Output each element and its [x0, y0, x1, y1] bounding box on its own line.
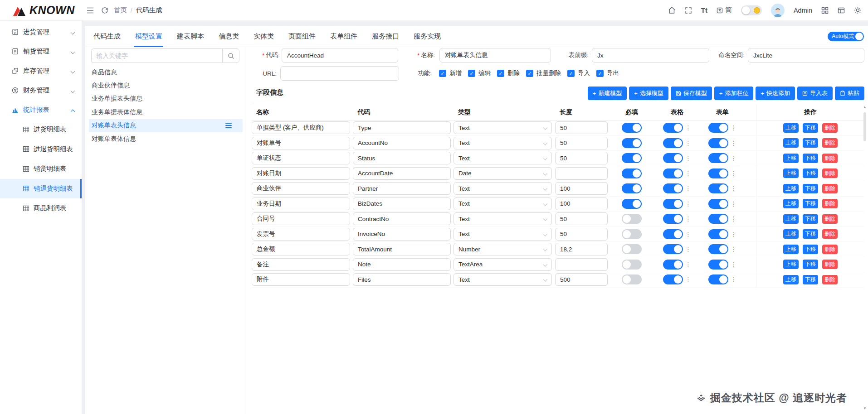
required-toggle[interactable] — [622, 244, 642, 254]
delete-button[interactable]: 删除 — [822, 275, 838, 284]
form-toggle[interactable] — [708, 168, 728, 178]
required-toggle[interactable] — [622, 183, 642, 193]
form-toggle[interactable] — [708, 229, 728, 239]
feature-checkbox[interactable]: 导出 — [596, 69, 619, 77]
feature-checkbox[interactable]: 删除 — [497, 69, 520, 77]
feature-checkbox[interactable]: 编辑 — [468, 69, 491, 77]
field-name-input[interactable]: 商业伙伴 — [252, 182, 350, 195]
grid-toggle[interactable] — [663, 123, 683, 133]
required-toggle[interactable] — [622, 199, 642, 209]
field-code-input[interactable]: Files — [353, 273, 451, 286]
field-code-input[interactable]: Partner — [353, 182, 451, 195]
tab[interactable]: 页面组件 — [288, 26, 317, 47]
sidebar-item-finance-mgmt[interactable]: 财务管理 — [0, 81, 82, 100]
more-options-icon[interactable]: ⋮ — [685, 155, 692, 161]
required-toggle[interactable] — [622, 274, 642, 284]
field-type-select[interactable]: Text — [454, 273, 552, 286]
more-options-icon[interactable]: ⋮ — [685, 140, 692, 146]
sidebar-item-purchase-mgmt[interactable]: 进货管理 — [0, 22, 82, 42]
breadcrumb-home[interactable]: 首页 — [114, 6, 127, 14]
name-field[interactable]: 对账单表头信息 — [439, 48, 551, 63]
more-options-icon[interactable]: ⋮ — [685, 125, 692, 131]
field-type-select[interactable]: Date — [454, 167, 552, 180]
grid-toggle[interactable] — [663, 274, 683, 284]
field-name-input[interactable]: 发票号 — [252, 228, 350, 241]
field-type-select[interactable]: Text — [454, 212, 552, 225]
field-name-input[interactable]: 对账日期 — [252, 167, 350, 180]
delete-button[interactable]: 删除 — [822, 138, 838, 148]
field-type-select[interactable]: Text — [454, 197, 552, 210]
move-up-button[interactable]: 上移 — [783, 214, 799, 224]
more-options-icon[interactable]: ⋮ — [731, 155, 737, 161]
grid-toggle[interactable] — [663, 168, 683, 178]
move-down-button[interactable]: 下移 — [803, 184, 818, 193]
sidebar-subitem[interactable]: 销退货明细表 — [0, 179, 82, 199]
more-options-icon[interactable]: ⋮ — [685, 276, 692, 283]
url-field[interactable] — [280, 66, 399, 81]
namespace-field[interactable]: JxcLite — [748, 48, 864, 63]
scroll-down-icon[interactable]: ▼ — [862, 406, 868, 410]
more-options-icon[interactable]: ⋮ — [731, 125, 737, 131]
required-toggle[interactable] — [622, 229, 642, 239]
app-logo[interactable]: KNOWN — [13, 4, 75, 17]
font-size-icon[interactable]: Tt — [701, 6, 707, 14]
field-length-input[interactable]: 50 — [555, 212, 608, 225]
save-model-button[interactable]: 保存模型 — [671, 87, 712, 100]
more-options-icon[interactable]: ⋮ — [731, 170, 737, 177]
field-code-input[interactable]: BizDates — [353, 197, 451, 210]
more-options-icon[interactable]: ⋮ — [731, 201, 737, 207]
field-length-input[interactable]: 50 — [555, 121, 608, 134]
form-toggle[interactable] — [708, 214, 728, 224]
required-toggle[interactable] — [622, 123, 642, 133]
move-down-button[interactable]: 下移 — [803, 245, 818, 254]
move-up-button[interactable]: 上移 — [783, 229, 799, 239]
more-options-icon[interactable]: ⋮ — [731, 261, 737, 268]
field-length-input[interactable]: 18,2 — [555, 243, 608, 255]
field-name-input[interactable]: 业务日期 — [252, 197, 350, 210]
field-type-select[interactable]: Text — [454, 182, 552, 195]
field-type-select[interactable]: Text — [454, 228, 552, 241]
layout-icon[interactable] — [838, 7, 845, 14]
field-type-select[interactable]: Text — [454, 121, 552, 134]
tab[interactable]: 代码生成 — [93, 26, 122, 47]
form-toggle[interactable] — [708, 153, 728, 163]
form-toggle[interactable] — [708, 123, 728, 133]
move-up-button[interactable]: 上移 — [783, 154, 799, 163]
tab[interactable]: 建表脚本 — [176, 26, 205, 47]
move-up-button[interactable]: 上移 — [783, 245, 799, 254]
required-toggle[interactable] — [622, 260, 642, 270]
fullscreen-icon[interactable] — [685, 7, 692, 14]
model-list-item[interactable]: 业务单据表头信息 — [89, 92, 243, 106]
more-options-icon[interactable]: ⋮ — [731, 231, 737, 237]
move-down-button[interactable]: 下移 — [803, 199, 818, 208]
home-icon[interactable] — [668, 6, 676, 14]
auto-mode-switch[interactable]: Auto模式 — [828, 32, 864, 41]
tab[interactable]: 信息类 — [218, 26, 240, 47]
delete-button[interactable]: 删除 — [822, 168, 838, 178]
grid-toggle[interactable] — [663, 199, 683, 209]
more-options-icon[interactable]: ⋮ — [731, 185, 737, 192]
field-code-input[interactable]: Type — [353, 121, 451, 134]
field-code-input[interactable]: Status — [353, 152, 451, 164]
form-toggle[interactable] — [708, 260, 728, 270]
add-field-button[interactable]: +添加栏位 — [714, 87, 754, 100]
refresh-icon[interactable] — [101, 7, 108, 14]
field-name-input[interactable]: 单证状态 — [252, 152, 350, 164]
model-list-item[interactable]: 商业伙伴信息 — [89, 79, 243, 92]
settings-gear-icon[interactable] — [854, 6, 862, 14]
move-down-button[interactable]: 下移 — [803, 260, 818, 269]
more-options-icon[interactable]: ⋮ — [731, 140, 737, 146]
user-name[interactable]: Admin — [794, 7, 812, 14]
model-list-item[interactable]: 对账单表头信息 — [89, 119, 243, 132]
delete-button[interactable]: 删除 — [822, 229, 838, 239]
form-toggle[interactable] — [708, 183, 728, 193]
required-toggle[interactable] — [622, 138, 642, 148]
required-toggle[interactable] — [622, 214, 642, 224]
avatar[interactable] — [771, 4, 785, 17]
drag-handle-icon[interactable] — [225, 123, 232, 128]
sidebar-item-statistics-reports[interactable]: 统计报表 — [0, 100, 82, 120]
language-toggle[interactable]: 简 — [717, 6, 732, 14]
table-prefix-field[interactable]: Jx — [592, 48, 709, 63]
sidebar-subitem[interactable]: 进退货明细表 — [0, 140, 82, 159]
move-down-button[interactable]: 下移 — [803, 275, 818, 284]
